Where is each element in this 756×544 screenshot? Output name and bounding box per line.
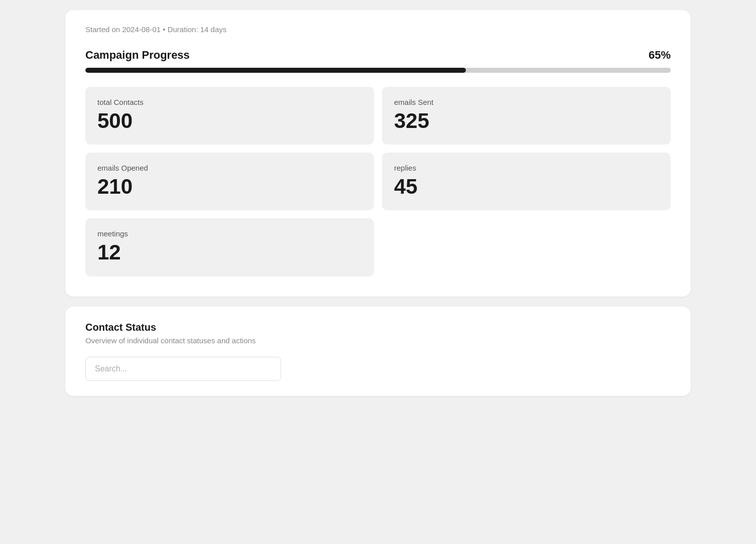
stat-label-total-contacts: total Contacts	[97, 98, 362, 106]
stat-card-replies: replies 45	[382, 153, 671, 210]
progress-bar-track	[85, 68, 671, 73]
stat-value-replies: 45	[394, 175, 659, 198]
campaign-progress-percent: 65%	[649, 49, 671, 62]
stat-value-emails-opened: 210	[97, 175, 362, 198]
campaign-progress-card: Started on 2024-08-01 • Duration: 14 day…	[65, 10, 691, 297]
stat-label-replies: replies	[394, 164, 659, 172]
stat-card-emails-opened: emails Opened 210	[85, 153, 374, 210]
contact-status-card: Contact Status Overview of individual co…	[65, 307, 691, 396]
stat-value-total-contacts: 500	[97, 109, 362, 132]
stat-card-total-contacts: total Contacts 500	[85, 87, 374, 145]
stats-grid: total Contacts 500 emails Sent 325 email…	[85, 87, 671, 277]
progress-bar-fill	[85, 68, 466, 73]
contact-status-title: Contact Status	[85, 322, 671, 333]
progress-header: Campaign Progress 65%	[85, 49, 671, 62]
stat-card-meetings: meetings 12	[85, 218, 374, 276]
stat-card-emails-sent: emails Sent 325	[382, 87, 671, 145]
campaign-progress-title: Campaign Progress	[85, 49, 190, 62]
stat-value-emails-sent: 325	[394, 109, 659, 132]
search-input[interactable]	[85, 357, 281, 381]
stat-label-meetings: meetings	[97, 229, 362, 238]
page-container: Started on 2024-08-01 • Duration: 14 day…	[0, 0, 756, 406]
stat-value-meetings: 12	[97, 241, 362, 264]
campaign-meta: Started on 2024-08-01 • Duration: 14 day…	[85, 25, 671, 34]
stat-label-emails-opened: emails Opened	[97, 164, 362, 172]
search-input-wrapper	[85, 357, 281, 381]
stat-label-emails-sent: emails Sent	[394, 98, 659, 106]
contact-status-subtitle: Overview of individual contact statuses …	[85, 336, 671, 345]
